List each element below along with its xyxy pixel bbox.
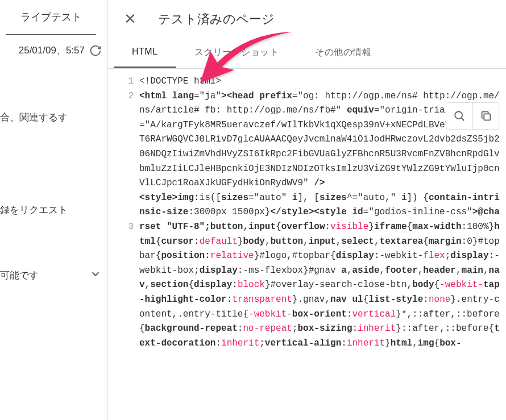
- close-icon[interactable]: ✕: [119, 10, 141, 28]
- tabs-row: HTML スクリーンショット その他の情報: [108, 39, 506, 69]
- sidebar-text-1: 合、関連するす: [0, 99, 107, 135]
- refresh-icon[interactable]: [89, 44, 102, 57]
- main-panel: ✕ テスト済みのページ HTML スクリーンショット その他の情報 1 2 3 …: [108, 0, 506, 420]
- sidebar-expand-item[interactable]: 可能です: [0, 256, 107, 294]
- sidebar-expand-label: 可能です: [0, 269, 39, 282]
- line-number: 3: [108, 220, 134, 235]
- sidebar-text-2-label: 録をリクエスト: [0, 203, 68, 217]
- line-number: 2: [108, 89, 134, 104]
- panel-header: ✕ テスト済みのページ: [108, 0, 506, 39]
- timestamp-row: 25/01/09、5:57: [0, 35, 107, 65]
- sidebar-text-1-label: 合、関連するす: [0, 111, 68, 124]
- tab-other-info[interactable]: その他の情報: [297, 39, 389, 68]
- search-button[interactable]: [446, 103, 472, 129]
- live-test-heading: ライブテスト: [6, 0, 96, 35]
- tab-html[interactable]: HTML: [114, 39, 176, 68]
- copy-button[interactable]: [472, 103, 499, 129]
- code-line: <style>img:is([sizes="auto" i], [sizes^=…: [139, 191, 500, 351]
- line-gutter: 1 2 3: [108, 74, 139, 351]
- left-sidebar: ライブテスト 25/01/09、5:57 合、関連するす 録をリクエスト 可能で…: [0, 0, 108, 420]
- sidebar-text-2: 録をリクエスト: [0, 192, 107, 228]
- chevron-down-icon: [89, 268, 102, 283]
- code-action-toolbar: [446, 102, 499, 130]
- svg-rect-2: [484, 114, 490, 120]
- svg-point-0: [455, 111, 462, 119]
- svg-line-1: [461, 118, 464, 120]
- page-title: テスト済みのページ: [158, 11, 275, 28]
- line-number: 1: [108, 74, 134, 89]
- code-line: <!DOCTYPE html>: [139, 74, 500, 89]
- timestamp-text: 25/01/09、5:57: [19, 44, 85, 57]
- tab-screenshot[interactable]: スクリーンショット: [176, 39, 297, 68]
